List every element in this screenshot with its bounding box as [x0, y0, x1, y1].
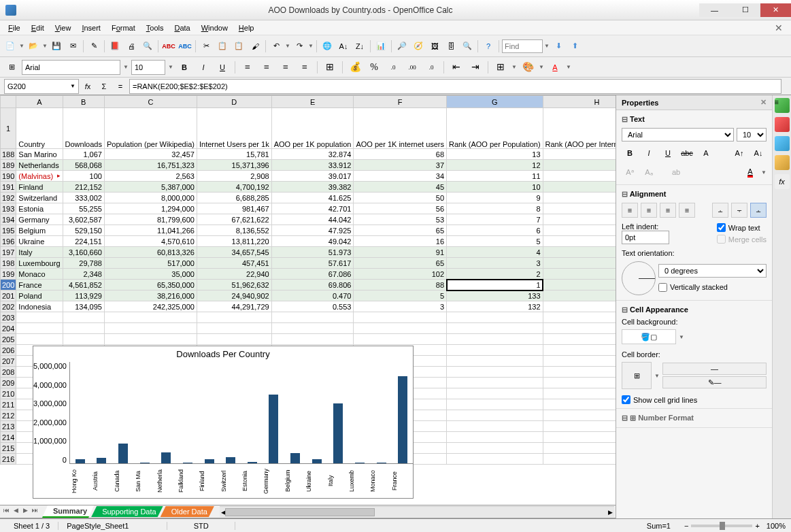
col-header-H[interactable]: H: [543, 96, 616, 108]
cell[interactable]: 134,095: [63, 301, 104, 312]
menu-file[interactable]: File: [3, 22, 26, 33]
cell[interactable]: 44,291,729: [197, 301, 271, 312]
cell[interactable]: 224,151: [63, 236, 104, 247]
cell[interactable]: France: [16, 280, 63, 290]
undo-icon[interactable]: ↶: [269, 39, 284, 54]
find-input[interactable]: [502, 39, 543, 53]
cell[interactable]: 41.625: [271, 193, 354, 203]
merge-button[interactable]: ⊞: [322, 60, 338, 75]
dec-indent-button[interactable]: ⇤: [448, 60, 465, 75]
align-center-button[interactable]: ≡: [258, 60, 275, 75]
indent-input[interactable]: [622, 231, 669, 244]
horizontal-scrollbar[interactable]: ◀ ▶: [220, 506, 614, 517]
cell[interactable]: 39.017: [271, 171, 354, 182]
cell[interactable]: 2,563: [104, 171, 197, 182]
cell[interactable]: 13: [447, 149, 543, 160]
row-header[interactable]: 190: [1, 171, 16, 182]
cell-reference-input[interactable]: G200▼: [4, 79, 79, 94]
cell[interactable]: 7: [543, 203, 616, 214]
prop-italic-button[interactable]: I: [641, 146, 657, 161]
cell[interactable]: 333,002: [63, 193, 104, 203]
cell[interactable]: 529,150: [63, 225, 104, 236]
cell[interactable]: Finland: [16, 182, 63, 193]
cell[interactable]: 3: [354, 301, 447, 312]
open-icon[interactable]: 📂: [26, 39, 41, 54]
align-center-icon[interactable]: ≡: [641, 203, 657, 218]
underline-button[interactable]: U: [214, 60, 231, 75]
cell[interactable]: 2: [447, 269, 543, 280]
cell[interactable]: 102: [354, 269, 447, 280]
menu-insert[interactable]: Insert: [76, 22, 106, 33]
cell[interactable]: 69.806: [271, 280, 354, 290]
status-sheet[interactable]: Sheet 1 / 3: [5, 522, 58, 530]
cell[interactable]: 45: [354, 182, 447, 193]
cell[interactable]: 18: [543, 171, 616, 182]
cell[interactable]: 15,371,396: [197, 160, 271, 171]
border-button[interactable]: ⊞: [492, 60, 509, 75]
close-button[interactable]: ✕: [760, 3, 791, 17]
cell[interactable]: 81,799,600: [104, 214, 197, 225]
cell[interactable]: 57.617: [271, 258, 354, 269]
cell[interactable]: 16,751,323: [104, 160, 197, 171]
spreadsheet-grid[interactable]: ABCDEFGHIJ 1 CountryDownloadsPopulation …: [0, 95, 616, 505]
cell[interactable]: 212,152: [63, 182, 104, 193]
menu-data[interactable]: Data: [169, 22, 195, 33]
row-header[interactable]: 201: [1, 290, 16, 301]
cell[interactable]: 100: [63, 171, 104, 182]
zoom-icon[interactable]: 🔍: [460, 39, 475, 54]
cell[interactable]: 4,561,852: [63, 280, 104, 290]
cell[interactable]: 65,350,000: [104, 280, 197, 290]
prop-decrease-font-icon[interactable]: A↓: [750, 146, 767, 161]
row-header[interactable]: 189: [1, 160, 16, 171]
wrap-text-checkbox[interactable]: [717, 223, 726, 232]
row-header[interactable]: 194: [1, 214, 16, 225]
tab-prev-icon[interactable]: ◀: [11, 507, 20, 516]
cell[interactable]: 12: [447, 160, 543, 171]
cell[interactable]: 11: [447, 171, 543, 182]
alignment-section-title[interactable]: Alignment: [622, 188, 767, 201]
number-format-title[interactable]: ⊞ Number Format: [622, 412, 767, 425]
copy-icon[interactable]: 📋: [215, 39, 230, 54]
edit-icon[interactable]: ✎: [86, 39, 101, 54]
status-pagestyle[interactable]: PageStyle_Sheet1: [58, 522, 167, 530]
help-icon[interactable]: ?: [481, 39, 496, 54]
cell[interactable]: Estonia: [16, 203, 63, 214]
find-icon[interactable]: 🔎: [394, 39, 409, 54]
cell[interactable]: 67.086: [271, 269, 354, 280]
cell[interactable]: 3,602,587: [63, 214, 104, 225]
menu-help[interactable]: Help: [233, 22, 260, 33]
cell[interactable]: 3: [447, 258, 543, 269]
cell[interactable]: 9: [447, 193, 543, 203]
cell[interactable]: 8: [543, 214, 616, 225]
zoom-slider[interactable]: [691, 525, 752, 527]
prop-increase-font-icon[interactable]: A↑: [731, 146, 747, 161]
cell[interactable]: 568,068: [63, 160, 104, 171]
cell[interactable]: 14: [543, 160, 616, 171]
find-down-icon[interactable]: ⬇: [551, 39, 566, 54]
cell[interactable]: 0.470: [271, 290, 354, 301]
menu-view[interactable]: View: [50, 22, 77, 33]
cell[interactable]: 34,657,545: [197, 247, 271, 258]
cell[interactable]: 2: [543, 247, 616, 258]
cell[interactable]: 7: [447, 214, 543, 225]
row-header[interactable]: 1: [1, 108, 16, 149]
cell[interactable]: 16: [354, 236, 447, 247]
cell[interactable]: 24,940,902: [197, 290, 271, 301]
cell[interactable]: 44: [543, 236, 616, 247]
cell[interactable]: 47.925: [271, 225, 354, 236]
email-icon[interactable]: ✉: [65, 39, 80, 54]
orientation-dial[interactable]: [622, 261, 656, 295]
cell[interactable]: 50: [354, 193, 447, 203]
row-header[interactable]: 188: [1, 149, 16, 160]
cell[interactable]: 65: [354, 258, 447, 269]
cell[interactable]: Netherlands: [16, 160, 63, 171]
tab-supporting-data[interactable]: Supporting Data: [91, 506, 163, 517]
valign-mid-icon[interactable]: ⫟: [731, 203, 747, 218]
print-icon[interactable]: 🖨: [124, 39, 139, 54]
cell-bg-button[interactable]: 🪣▢: [622, 329, 676, 344]
align-justify-icon[interactable]: ≡: [679, 203, 695, 218]
zoom-value[interactable]: 100%: [767, 522, 786, 530]
cell[interactable]: 60,813,326: [104, 247, 197, 258]
sort-asc-icon[interactable]: A↓: [336, 39, 351, 54]
row-header[interactable]: 192: [1, 193, 16, 203]
